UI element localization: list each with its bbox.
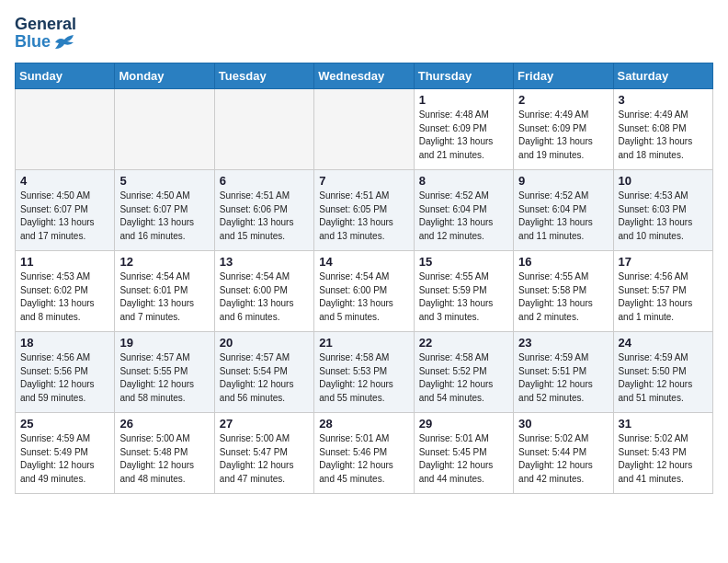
day-info: Sunrise: 4:57 AM Sunset: 5:55 PM Dayligh… [119, 351, 209, 405]
day-info: Sunrise: 4:59 AM Sunset: 5:49 PM Dayligh… [20, 432, 109, 486]
calendar-cell: 26Sunrise: 5:00 AM Sunset: 5:48 PM Dayli… [115, 413, 214, 494]
day-info: Sunrise: 5:00 AM Sunset: 5:48 PM Dayligh… [119, 432, 209, 486]
calendar-cell: 27Sunrise: 5:00 AM Sunset: 5:47 PM Dayli… [214, 413, 313, 494]
calendar-cell: 13Sunrise: 4:54 AM Sunset: 6:00 PM Dayli… [214, 251, 313, 332]
calendar-cell: 25Sunrise: 4:59 AM Sunset: 5:49 PM Dayli… [16, 413, 115, 494]
day-info: Sunrise: 4:56 AM Sunset: 5:57 PM Dayligh… [619, 270, 708, 324]
day-number: 24 [619, 336, 708, 350]
weekday-header-thursday: Thursday [414, 63, 513, 89]
weekday-header-wednesday: Wednesday [314, 63, 414, 89]
day-info: Sunrise: 4:49 AM Sunset: 6:09 PM Dayligh… [518, 109, 608, 162]
day-info: Sunrise: 4:57 AM Sunset: 5:54 PM Dayligh… [220, 351, 309, 405]
calendar-cell: 12Sunrise: 4:54 AM Sunset: 6:01 PM Dayli… [115, 251, 214, 332]
weekday-header-tuesday: Tuesday [214, 63, 313, 89]
calendar-cell: 17Sunrise: 4:56 AM Sunset: 5:57 PM Dayli… [613, 251, 712, 332]
day-info: Sunrise: 4:59 AM Sunset: 5:50 PM Dayligh… [619, 351, 708, 405]
calendar-cell: 20Sunrise: 4:57 AM Sunset: 5:54 PM Dayli… [214, 332, 313, 413]
day-number: 25 [20, 417, 109, 431]
day-info: Sunrise: 4:49 AM Sunset: 6:08 PM Dayligh… [619, 109, 708, 162]
day-info: Sunrise: 4:51 AM Sunset: 6:06 PM Dayligh… [220, 190, 309, 243]
day-info: Sunrise: 4:50 AM Sunset: 6:07 PM Dayligh… [20, 190, 109, 243]
week-row-5: 25Sunrise: 4:59 AM Sunset: 5:49 PM Dayli… [16, 413, 713, 494]
weekday-header-saturday: Saturday [613, 63, 712, 89]
day-number: 19 [119, 336, 209, 350]
calendar-cell: 21Sunrise: 4:58 AM Sunset: 5:53 PM Dayli… [314, 332, 414, 413]
week-row-1: 1Sunrise: 4:48 AM Sunset: 6:09 PM Daylig… [16, 89, 713, 170]
day-info: Sunrise: 4:50 AM Sunset: 6:07 PM Dayligh… [119, 190, 209, 243]
day-number: 13 [220, 255, 309, 269]
weekday-header-sunday: Sunday [16, 63, 115, 89]
calendar-cell: 4Sunrise: 4:50 AM Sunset: 6:07 PM Daylig… [16, 170, 115, 251]
calendar-cell: 2Sunrise: 4:49 AM Sunset: 6:09 PM Daylig… [514, 89, 613, 170]
day-number: 9 [518, 174, 608, 188]
day-info: Sunrise: 4:58 AM Sunset: 5:53 PM Dayligh… [319, 351, 408, 405]
day-number: 3 [619, 93, 708, 107]
day-number: 17 [619, 255, 708, 269]
calendar-cell: 9Sunrise: 4:52 AM Sunset: 6:04 PM Daylig… [514, 170, 613, 251]
logo-blue-text: Blue [15, 32, 51, 52]
day-info: Sunrise: 5:00 AM Sunset: 5:47 PM Dayligh… [220, 432, 309, 486]
day-info: Sunrise: 4:55 AM Sunset: 5:59 PM Dayligh… [419, 270, 508, 324]
day-number: 26 [119, 417, 209, 431]
day-number: 27 [220, 417, 309, 431]
day-number: 28 [319, 417, 408, 431]
day-number: 8 [419, 174, 508, 188]
calendar-cell: 11Sunrise: 4:53 AM Sunset: 6:02 PM Dayli… [16, 251, 115, 332]
day-number: 2 [518, 93, 608, 107]
bird-logo-icon [53, 34, 75, 51]
day-number: 22 [419, 336, 508, 350]
logo-container: General [15, 15, 76, 34]
day-number: 7 [319, 174, 408, 188]
calendar-cell: 1Sunrise: 4:48 AM Sunset: 6:09 PM Daylig… [414, 89, 513, 170]
calendar-cell: 28Sunrise: 5:01 AM Sunset: 5:46 PM Dayli… [314, 413, 414, 494]
calendar-cell [314, 89, 414, 170]
page-header: General Blue [15, 15, 713, 52]
day-number: 5 [119, 174, 209, 188]
calendar-cell: 8Sunrise: 4:52 AM Sunset: 6:04 PM Daylig… [414, 170, 513, 251]
calendar-cell: 18Sunrise: 4:56 AM Sunset: 5:56 PM Dayli… [16, 332, 115, 413]
calendar-cell: 29Sunrise: 5:01 AM Sunset: 5:45 PM Dayli… [414, 413, 513, 494]
day-number: 18 [20, 336, 109, 350]
day-number: 11 [20, 255, 109, 269]
day-info: Sunrise: 4:58 AM Sunset: 5:52 PM Dayligh… [419, 351, 508, 405]
day-number: 23 [518, 336, 608, 350]
weekday-header-friday: Friday [514, 63, 613, 89]
day-number: 4 [20, 174, 109, 188]
week-row-3: 11Sunrise: 4:53 AM Sunset: 6:02 PM Dayli… [16, 251, 713, 332]
day-info: Sunrise: 4:52 AM Sunset: 6:04 PM Dayligh… [419, 190, 508, 243]
day-number: 29 [419, 417, 508, 431]
day-info: Sunrise: 4:54 AM Sunset: 6:00 PM Dayligh… [319, 270, 408, 324]
day-info: Sunrise: 4:52 AM Sunset: 6:04 PM Dayligh… [518, 190, 608, 243]
day-info: Sunrise: 4:55 AM Sunset: 5:58 PM Dayligh… [518, 270, 608, 324]
calendar-cell: 16Sunrise: 4:55 AM Sunset: 5:58 PM Dayli… [514, 251, 613, 332]
calendar-cell: 19Sunrise: 4:57 AM Sunset: 5:55 PM Dayli… [115, 332, 214, 413]
day-info: Sunrise: 4:54 AM Sunset: 6:01 PM Dayligh… [119, 270, 209, 324]
day-number: 1 [419, 93, 508, 107]
day-info: Sunrise: 4:59 AM Sunset: 5:51 PM Dayligh… [518, 351, 608, 405]
week-row-2: 4Sunrise: 4:50 AM Sunset: 6:07 PM Daylig… [16, 170, 713, 251]
logo-bottom-row: Blue [15, 32, 75, 52]
logo-icon-area: General [15, 15, 76, 34]
calendar-cell [115, 89, 214, 170]
calendar-cell: 23Sunrise: 4:59 AM Sunset: 5:51 PM Dayli… [514, 332, 613, 413]
day-number: 20 [220, 336, 309, 350]
logo-general-text: General [15, 15, 76, 33]
day-number: 14 [319, 255, 408, 269]
calendar-cell [16, 89, 115, 170]
day-info: Sunrise: 4:51 AM Sunset: 6:05 PM Dayligh… [319, 190, 408, 243]
weekday-header-monday: Monday [115, 63, 214, 89]
day-info: Sunrise: 4:53 AM Sunset: 6:03 PM Dayligh… [619, 190, 708, 243]
calendar-cell [214, 89, 313, 170]
day-number: 12 [119, 255, 209, 269]
day-number: 30 [518, 417, 608, 431]
calendar-cell: 30Sunrise: 5:02 AM Sunset: 5:44 PM Dayli… [514, 413, 613, 494]
calendar-cell: 15Sunrise: 4:55 AM Sunset: 5:59 PM Dayli… [414, 251, 513, 332]
day-info: Sunrise: 5:02 AM Sunset: 5:44 PM Dayligh… [518, 432, 608, 486]
day-info: Sunrise: 4:48 AM Sunset: 6:09 PM Dayligh… [419, 109, 508, 162]
logo: General Blue [15, 15, 76, 52]
day-info: Sunrise: 5:01 AM Sunset: 5:45 PM Dayligh… [419, 432, 508, 486]
day-number: 15 [419, 255, 508, 269]
calendar-cell: 22Sunrise: 4:58 AM Sunset: 5:52 PM Dayli… [414, 332, 513, 413]
calendar-table: SundayMondayTuesdayWednesdayThursdayFrid… [15, 63, 713, 494]
calendar-cell: 6Sunrise: 4:51 AM Sunset: 6:06 PM Daylig… [214, 170, 313, 251]
